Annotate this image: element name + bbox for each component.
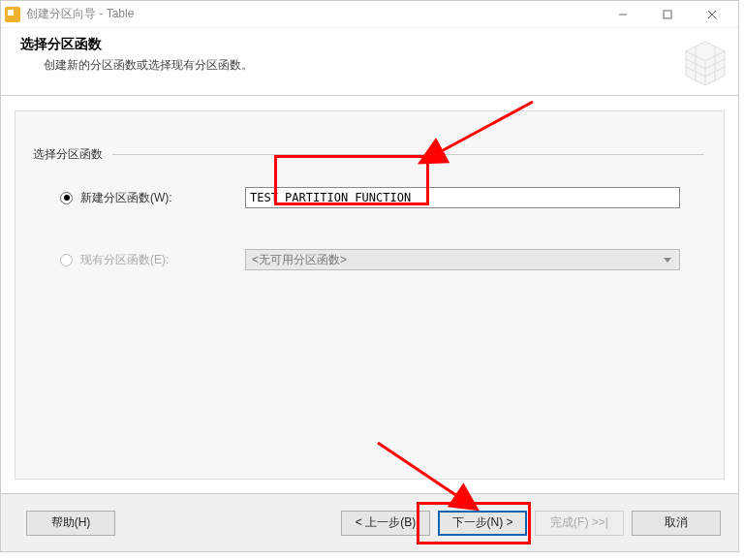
existing-partition-function-row: 现有分区函数(E): <无可用分区函数> (60, 249, 680, 270)
existing-partition-function-combo: <无可用分区函数> (245, 249, 680, 270)
wizard-window: 创建分区向导 - Table 选择分区函数 创建新的分区函数或选择现有分区函数。 (0, 0, 739, 552)
new-partition-function-label: 新建分区函数(W): (80, 190, 245, 206)
existing-partition-function-label: 现有分区函数(E): (80, 252, 245, 268)
back-button[interactable]: < 上一步(B) (341, 511, 430, 536)
wizard-footer: 帮助(H) < 上一步(B) 下一步(N) > 完成(F) >>| 取消 (1, 493, 738, 551)
fieldset-legend: 选择分区函数 (33, 146, 103, 163)
app-icon (5, 7, 20, 22)
fieldset-divider (112, 154, 704, 155)
content-panel: 选择分区函数 新建分区函数(W): 现有分区函数(E): <无可用分区函数> (15, 110, 725, 480)
help-button[interactable]: 帮助(H) (26, 511, 115, 536)
titlebar: 创建分区向导 - Table (1, 1, 738, 28)
existing-partition-function-radio (60, 254, 73, 266)
close-button[interactable] (690, 1, 734, 28)
window-title: 创建分区向导 - Table (26, 6, 601, 22)
wizard-header: 选择分区函数 创建新的分区函数或选择现有分区函数。 (1, 28, 738, 96)
page-title: 选择分区函数 (20, 36, 727, 53)
maximize-button[interactable] (645, 1, 690, 28)
page-subtitle: 创建新的分区函数或选择现有分区函数。 (44, 57, 727, 74)
wizard-body: 选择分区函数 新建分区函数(W): 现有分区函数(E): <无可用分区函数> (1, 97, 738, 493)
minimize-button[interactable] (601, 1, 645, 28)
next-button[interactable]: 下一步(N) > (438, 511, 527, 536)
new-partition-function-row: 新建分区函数(W): (60, 187, 680, 208)
cancel-button[interactable]: 取消 (632, 511, 721, 536)
new-partition-function-radio[interactable] (60, 192, 73, 204)
window-controls (601, 1, 734, 27)
new-partition-function-input[interactable] (245, 187, 680, 208)
svg-rect-1 (664, 11, 671, 18)
finish-button: 完成(F) >>| (535, 511, 624, 536)
header-cube-graphic (676, 32, 734, 90)
